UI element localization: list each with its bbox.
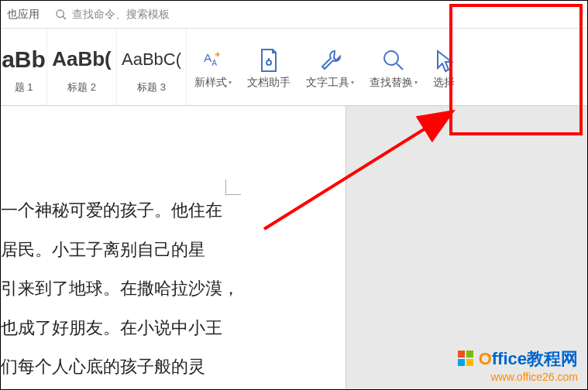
- doc-line: 们每个人心底的孩子般的灵: [1, 347, 346, 387]
- caret-icon: ▾: [351, 79, 354, 86]
- doc-helper-button[interactable]: 文档助手: [239, 29, 298, 105]
- watermark: Office教程网 www.office26.com: [457, 347, 579, 383]
- svg-rect-10: [466, 351, 473, 358]
- svg-text:A: A: [204, 50, 212, 63]
- style-heading-1[interactable]: aBb 题 1: [1, 29, 47, 105]
- page-margin-corner: [225, 180, 241, 195]
- style-preview: AaBb(: [52, 40, 112, 79]
- ribbon: aBb 题 1 AaBb( 标题 2 AaBbC( 标题 3 A A 新样式▾: [1, 29, 587, 106]
- doc-line: 居民。小王子离别自己的星: [1, 231, 346, 270]
- watermark-brand: Office教程网: [457, 347, 579, 371]
- button-label: 文字工具: [306, 76, 349, 90]
- wrench-icon: [318, 45, 342, 76]
- svg-line-1: [63, 16, 66, 19]
- text-tools-button[interactable]: 文字工具▾: [298, 29, 362, 105]
- svg-point-6: [384, 51, 398, 65]
- button-label: 查找替换: [370, 76, 413, 90]
- doc-line: 引来到了地球。在撒哈拉沙漠，: [1, 269, 346, 309]
- search-placeholder: 查找命令、搜索模板: [72, 8, 170, 22]
- style-preview: aBb: [2, 40, 46, 79]
- button-label: 新样式: [194, 76, 227, 90]
- doc-line: 也成了好朋友。在小说中小王: [1, 309, 346, 348]
- find-replace-button[interactable]: 查找替换▾: [362, 29, 425, 105]
- style-label: 标题 2: [67, 80, 96, 94]
- search-icon: [55, 9, 67, 21]
- style-heading-3[interactable]: AaBbC( 标题 3: [117, 29, 187, 105]
- svg-rect-9: [458, 351, 465, 358]
- svg-rect-11: [458, 359, 465, 366]
- svg-point-4: [266, 60, 271, 65]
- logo-icon: [457, 350, 474, 367]
- new-style-icon: A A: [200, 45, 226, 76]
- style-preview: AaBbC(: [122, 40, 181, 79]
- svg-line-7: [397, 63, 403, 70]
- select-button[interactable]: 选择: [425, 29, 455, 105]
- button-label: 文档助手: [247, 76, 291, 90]
- caret-icon: ▾: [229, 79, 232, 86]
- magnifier-icon: [380, 45, 407, 76]
- style-gallery: aBb 题 1 AaBb( 标题 2 AaBbC( 标题 3: [1, 29, 187, 105]
- svg-rect-12: [466, 359, 473, 366]
- top-bar: 也应用 查找命令、搜索模板: [1, 1, 587, 29]
- style-heading-2[interactable]: AaBb( 标题 2: [47, 29, 117, 105]
- doc-helper-icon: [257, 45, 280, 76]
- watermark-url: www.office26.com: [457, 371, 579, 383]
- app-label: 也应用: [7, 8, 40, 22]
- new-style-button[interactable]: A A 新样式▾: [187, 29, 239, 105]
- document-page[interactable]: 一个神秘可爱的孩子。他住在 居民。小王子离别自己的星 引来到了地球。在撒哈拉沙漠…: [1, 106, 346, 389]
- button-label: 选择: [433, 76, 455, 90]
- style-label: 标题 3: [137, 80, 166, 94]
- style-label: 题 1: [15, 80, 33, 94]
- doc-line: 一个神秘可爱的孩子。他住在: [1, 191, 346, 231]
- svg-text:A: A: [211, 58, 217, 67]
- cursor-icon: [433, 45, 455, 76]
- caret-icon: ▾: [414, 79, 418, 86]
- command-search[interactable]: 查找命令、搜索模板: [55, 8, 170, 22]
- svg-point-0: [57, 10, 64, 17]
